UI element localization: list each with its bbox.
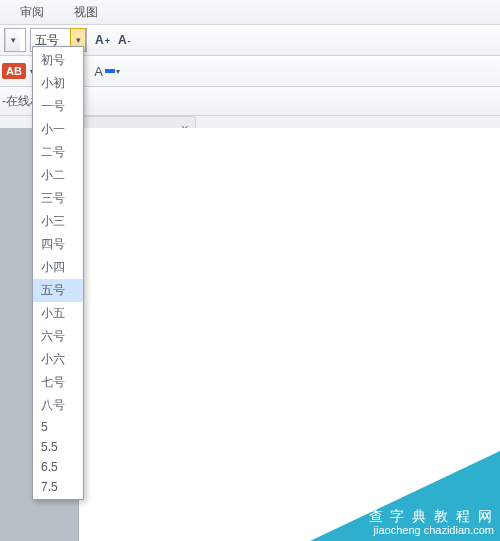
shrink-font-button[interactable]: A- — [118, 33, 131, 47]
font-color-button[interactable]: A▾ — [94, 64, 120, 79]
font-size-option[interactable]: 小三 — [33, 210, 83, 233]
font-size-option[interactable]: 小一 — [33, 118, 83, 141]
strikethrough-group: AB ▾ — [0, 63, 34, 79]
font-size-option[interactable]: 小二 — [33, 164, 83, 187]
font-size-dropdown[interactable]: 初号小初一号小一二号小二三号小三四号小四五号小五六号小六七号八号55.56.57… — [32, 46, 84, 500]
grow-font-button[interactable]: A+ — [95, 33, 110, 47]
font-size-option[interactable]: 初号 — [33, 49, 83, 72]
color-swatch-icon — [105, 69, 115, 73]
font-size-option[interactable]: 小六 — [33, 348, 83, 371]
font-size-option[interactable]: 八号 — [33, 394, 83, 417]
menu-review[interactable]: 审阅 — [20, 4, 44, 21]
font-size-option[interactable]: 小初 — [33, 72, 83, 95]
font-size-option[interactable]: 小四 — [33, 256, 83, 279]
menu-view[interactable]: 视图 — [74, 4, 98, 21]
font-size-option[interactable]: 一号 — [33, 95, 83, 118]
font-size-option[interactable]: 三号 — [33, 187, 83, 210]
font-family-combo[interactable]: ▾ — [4, 28, 26, 52]
font-size-option[interactable]: 5.5 — [33, 437, 83, 457]
font-size-option[interactable]: 二号 — [33, 141, 83, 164]
ab-strikethrough-button[interactable]: AB — [2, 63, 26, 79]
font-size-option[interactable]: 七号 — [33, 371, 83, 394]
font-size-option[interactable]: 小五 — [33, 302, 83, 325]
page-canvas[interactable] — [78, 128, 500, 541]
font-size-option[interactable]: 五号 — [33, 279, 83, 302]
menubar: 审阅 视图 — [0, 0, 500, 25]
font-size-option[interactable]: 6.5 — [33, 457, 83, 477]
font-size-option[interactable]: 5 — [33, 417, 83, 437]
font-size-option[interactable]: 7.5 — [33, 477, 83, 497]
chevron-down-icon[interactable]: ▾ — [5, 29, 20, 51]
font-size-option[interactable]: 六号 — [33, 325, 83, 348]
font-size-option[interactable]: 四号 — [33, 233, 83, 256]
